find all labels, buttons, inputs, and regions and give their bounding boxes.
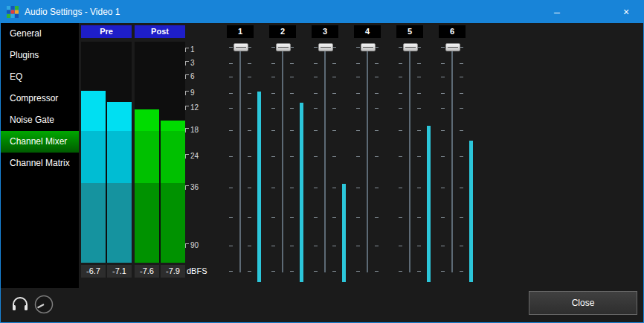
slider-tick xyxy=(417,130,421,131)
channel-number-4: 4 xyxy=(354,25,381,38)
slider-tick xyxy=(375,217,379,218)
scale-tick-icon xyxy=(185,91,189,95)
slider-tick xyxy=(229,47,233,48)
slider-tick xyxy=(271,246,275,246)
channel-2-slider-handle[interactable] xyxy=(276,43,291,51)
slider-tick xyxy=(248,246,251,246)
slider-tick xyxy=(356,271,360,272)
slider-tick xyxy=(460,130,463,131)
slider-tick xyxy=(441,217,445,218)
channel-1-level-meter xyxy=(257,92,261,282)
slider-tick xyxy=(441,156,445,157)
scale-label-9: 9 xyxy=(185,89,195,97)
sidebar-item-compressor[interactable]: Compressor xyxy=(1,88,79,109)
slider-tick xyxy=(417,108,421,109)
slider-handle-groove xyxy=(405,47,416,48)
slider-tick xyxy=(248,217,251,218)
meter-value-readout: -7.6 xyxy=(135,265,159,278)
slider-tick xyxy=(248,156,251,157)
headphones-icon[interactable] xyxy=(11,296,29,313)
headphone-volume-knob[interactable] xyxy=(33,294,54,315)
slider-handle-groove xyxy=(278,47,289,48)
pre-meter-bar-2 xyxy=(107,102,132,263)
slider-tick xyxy=(314,271,318,272)
slider-tick xyxy=(229,271,233,272)
scale-number: 24 xyxy=(190,152,199,160)
channel-5-slider-track[interactable] xyxy=(409,47,410,272)
slider-tick xyxy=(356,217,360,218)
slider-tick xyxy=(375,108,379,109)
slider-tick xyxy=(314,246,318,246)
close-window-button[interactable]: × xyxy=(609,1,643,23)
slider-tick xyxy=(229,77,233,77)
slider-tick xyxy=(399,108,402,109)
slider-tick xyxy=(332,130,336,131)
post-meter-bar-2 xyxy=(161,121,185,263)
channel-number-5: 5 xyxy=(396,25,423,38)
slider-tick xyxy=(271,93,275,94)
sidebar-item-channel-mixer[interactable]: Channel Mixer xyxy=(1,131,79,153)
slider-tick xyxy=(314,188,318,188)
slider-tick xyxy=(399,271,402,272)
slider-tick xyxy=(399,156,402,157)
channel-1-slider-track[interactable] xyxy=(239,47,241,272)
channel-number-1: 1 xyxy=(227,25,254,38)
slider-tick xyxy=(229,156,233,157)
slider-tick xyxy=(441,271,445,272)
channel-5-slider-handle[interactable] xyxy=(403,43,418,51)
scale-number: 3 xyxy=(190,59,195,67)
slider-tick xyxy=(332,156,336,157)
close-icon: × xyxy=(623,6,629,18)
pre-meter-bar-1 xyxy=(81,91,106,263)
sidebar-item-channel-matrix[interactable]: Channel Matrix xyxy=(1,153,79,174)
slider-tick xyxy=(460,156,463,157)
slider-tick xyxy=(314,77,318,77)
channel-6-slider-track[interactable] xyxy=(451,47,453,272)
slider-tick xyxy=(441,47,445,48)
slider-tick xyxy=(271,130,275,131)
meter-value-readout: -7.1 xyxy=(107,265,132,278)
slider-tick xyxy=(399,93,402,94)
slider-tick xyxy=(417,63,421,64)
sidebar-item-general[interactable]: General xyxy=(1,23,79,45)
channel-number-3: 3 xyxy=(312,25,338,38)
scale-tick-icon xyxy=(185,154,189,159)
channel-6-slider-handle[interactable] xyxy=(445,43,460,51)
scale-tick-icon xyxy=(185,48,189,52)
slider-tick xyxy=(399,77,402,77)
channel-4-slider-handle[interactable] xyxy=(361,43,376,51)
slider-tick xyxy=(314,130,318,131)
slider-tick xyxy=(248,93,251,94)
slider-tick xyxy=(356,63,360,64)
channel-4-slider-track[interactable] xyxy=(367,47,368,272)
channel-2-slider-track[interactable] xyxy=(282,47,283,272)
close-button[interactable]: Close xyxy=(529,291,637,315)
sidebar-item-eq[interactable]: EQ xyxy=(1,66,79,88)
slider-tick xyxy=(332,217,336,218)
scale-tick-icon xyxy=(185,61,189,65)
slider-tick xyxy=(314,93,318,94)
channel-5-level-meter xyxy=(427,126,431,282)
minimize-button[interactable]: – xyxy=(540,1,574,23)
slider-tick xyxy=(332,93,336,94)
slider-tick xyxy=(441,63,445,64)
slider-tick xyxy=(356,188,360,188)
slider-tick xyxy=(290,271,294,272)
slider-tick xyxy=(332,108,336,109)
dbfs-label: dBFS xyxy=(187,265,207,278)
sidebar-item-plugins[interactable]: Plugins xyxy=(1,45,79,66)
slider-tick xyxy=(290,188,294,188)
channel-3-slider-track[interactable] xyxy=(324,47,326,272)
slider-tick xyxy=(332,77,336,77)
slider-tick xyxy=(417,271,421,272)
slider-tick xyxy=(417,93,421,94)
slider-tick xyxy=(248,130,251,131)
channel-number-2: 2 xyxy=(269,25,296,38)
channel-1-slider-handle[interactable] xyxy=(234,43,248,51)
slider-tick xyxy=(271,156,275,157)
slider-tick xyxy=(375,93,379,94)
channel-3-slider-handle[interactable] xyxy=(318,43,333,51)
slider-tick xyxy=(229,188,233,188)
slider-tick xyxy=(375,63,379,64)
sidebar-item-noise-gate[interactable]: Noise Gate xyxy=(1,109,79,131)
